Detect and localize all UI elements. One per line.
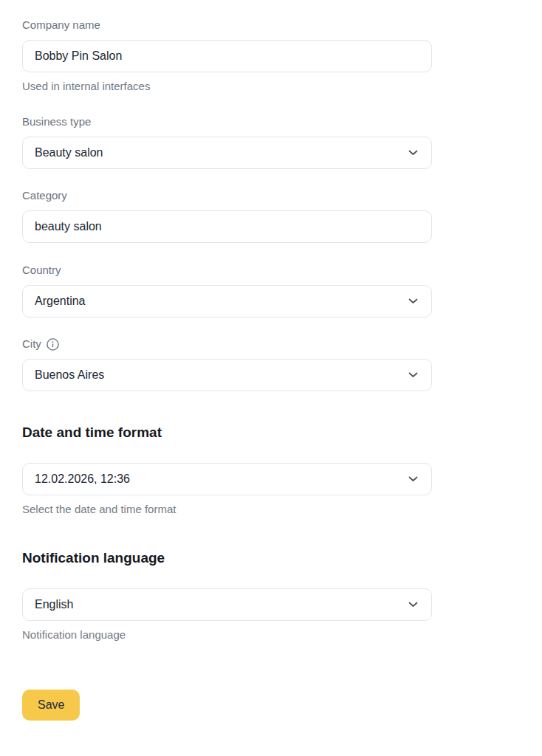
field-category: Category	[22, 189, 542, 243]
datetime-format-helper: Select the date and time format	[22, 503, 542, 516]
country-label: Country	[22, 264, 542, 277]
chevron-down-icon	[408, 476, 418, 482]
field-datetime-format: 12.02.2026, 12:36 Select the date and ti…	[22, 463, 542, 516]
save-button[interactable]: Save	[22, 690, 80, 721]
city-value: Buenos Aires	[35, 368, 104, 382]
info-icon[interactable]	[47, 338, 59, 351]
field-country: Country Argentina	[22, 264, 542, 317]
business-type-value: Beauty salon	[35, 146, 103, 159]
field-company-name: Company name Used in internal interfaces	[22, 18, 542, 93]
language-section-heading: Notification language	[22, 549, 542, 566]
datetime-format-select[interactable]: 12.02.2026, 12:36	[22, 463, 432, 495]
datetime-section-heading: Date and time format	[22, 424, 542, 441]
chevron-down-icon	[408, 298, 418, 304]
settings-form: Company name Used in internal interfaces…	[0, 0, 542, 721]
city-select[interactable]: Buenos Aires	[22, 359, 432, 391]
field-business-type: Business type Beauty salon	[22, 115, 542, 169]
city-label-text: City	[22, 337, 41, 351]
chevron-down-icon	[408, 150, 418, 156]
company-name-label: Company name	[22, 18, 542, 32]
notification-language-select[interactable]: English	[22, 588, 432, 621]
category-input[interactable]	[22, 210, 432, 243]
country-value: Argentina	[35, 295, 86, 308]
category-label: Category	[22, 189, 542, 202]
business-type-label: Business type	[22, 115, 542, 128]
notification-language-helper: Notification language	[22, 628, 542, 642]
country-select[interactable]: Argentina	[22, 285, 432, 317]
chevron-down-icon	[408, 372, 418, 378]
company-name-helper: Used in internal interfaces	[22, 80, 542, 93]
business-type-select[interactable]: Beauty salon	[22, 137, 432, 169]
datetime-format-value: 12.02.2026, 12:36	[35, 472, 130, 486]
notification-language-value: English	[35, 598, 73, 611]
field-notification-language: English Notification language	[22, 588, 542, 642]
field-city: City Buenos Aires	[22, 337, 542, 391]
chevron-down-icon	[408, 602, 418, 608]
city-label: City	[22, 337, 542, 351]
company-name-input[interactable]	[22, 40, 432, 72]
